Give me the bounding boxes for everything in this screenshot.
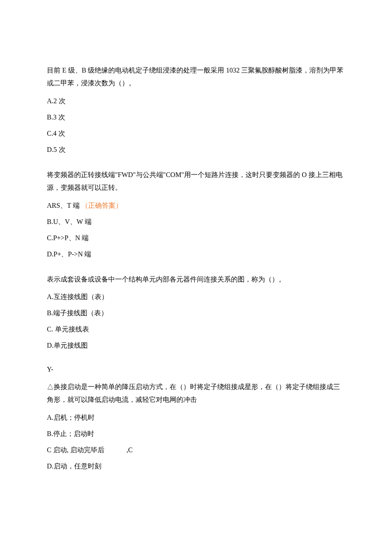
question-3: 表示成套设备或设备中一个结构单元内部各元器件间连接关系的图，称为（）。 A.互连… [47, 273, 345, 351]
option: D.5 次 [47, 145, 345, 155]
option: B.U、V、W 端 [47, 217, 345, 227]
question-text: △换接启动是一种简单的降压启动方式，在（）时将定子绕组接成星形，在（）将定子绕组… [47, 381, 345, 407]
option: A.互连接线图（表） [47, 292, 345, 302]
option: C. 单元接线表 [47, 324, 345, 334]
question-text: 表示成套设备或设备中一个结构单元内部各元器件间连接关系的图，称为（）。 [47, 273, 345, 286]
option: C.P+>P、N 端 [47, 233, 345, 243]
question-text: 目前 E 级、B 级绝缘的电动机定子绕组浸漆的处理一般采用 1032 三聚氟胺醇… [47, 64, 345, 90]
option-text: ARS、T 端 [47, 202, 80, 209]
option: D.启动，任意时刻 [47, 461, 345, 471]
option: D.单元接线图 [47, 340, 345, 351]
question-2: 将变频器的正转接线端"FWD"与公共端"COM"用一个短路片连接，这时只要变频器… [47, 169, 345, 259]
option: ARS、T 端 （正确答案） [47, 200, 345, 211]
option: C.4 次 [47, 128, 345, 139]
question-4: Y- △换接启动是一种简单的降压启动方式，在（）时将定子绕组接成星形，在（）将定… [47, 364, 345, 471]
option: B.端子接线图（表） [47, 308, 345, 318]
question-text: 将变频器的正转接线端"FWD"与公共端"COM"用一个短路片连接，这时只要变频器… [47, 169, 345, 195]
option: B.3 次 [47, 112, 345, 122]
option: A.启机；停机时 [47, 413, 345, 423]
question-1: 目前 E 级、B 级绝缘的电动机定子绕组浸漆的处理一般采用 1032 三聚氟胺醇… [47, 64, 345, 155]
option: A.2 次 [47, 96, 345, 106]
option: C 启动, 启动完毕后 ,C [47, 445, 345, 455]
question-prefix: Y- [47, 364, 345, 375]
option: D.P+、P->N 端 [47, 249, 345, 259]
correct-answer-label: （正确答案） [81, 202, 122, 209]
option: B.停止；启动时 [47, 429, 345, 439]
